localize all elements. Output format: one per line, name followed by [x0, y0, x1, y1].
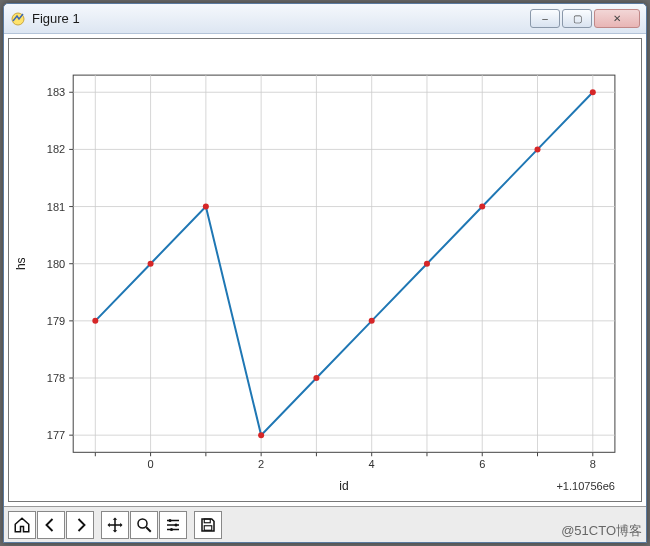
svg-rect-65: [204, 519, 210, 523]
figure-window: Figure 1 – ▢ ✕ 0246817717817918018118218…: [3, 3, 647, 543]
toolbar: [4, 506, 646, 542]
svg-point-58: [479, 204, 485, 210]
svg-point-53: [203, 204, 209, 210]
zoom-icon: [135, 516, 153, 534]
configure-button[interactable]: [159, 511, 187, 539]
svg-text:id: id: [339, 479, 348, 493]
back-button[interactable]: [37, 511, 65, 539]
maximize-button[interactable]: ▢: [562, 9, 592, 28]
app-icon: [10, 11, 26, 27]
svg-text:2: 2: [258, 458, 264, 470]
svg-point-54: [258, 432, 264, 438]
arrow-left-icon: [42, 516, 60, 534]
zoom-button[interactable]: [130, 511, 158, 539]
svg-point-59: [535, 146, 541, 152]
home-button[interactable]: [8, 511, 36, 539]
forward-button[interactable]: [66, 511, 94, 539]
svg-text:181: 181: [47, 201, 65, 213]
svg-point-62: [169, 519, 172, 522]
pan-button[interactable]: [101, 511, 129, 539]
svg-text:+1.10756e6: +1.10756e6: [556, 480, 615, 492]
svg-point-56: [369, 318, 375, 324]
svg-point-64: [170, 528, 173, 531]
svg-text:179: 179: [47, 315, 65, 327]
save-button[interactable]: [194, 511, 222, 539]
save-icon: [199, 516, 217, 534]
home-icon: [13, 516, 31, 534]
svg-text:180: 180: [47, 258, 65, 270]
titlebar[interactable]: Figure 1 – ▢ ✕: [4, 4, 646, 34]
svg-point-60: [590, 89, 596, 95]
sliders-icon: [164, 516, 182, 534]
window-title: Figure 1: [32, 11, 530, 26]
move-icon: [106, 516, 124, 534]
svg-text:177: 177: [47, 429, 65, 441]
svg-point-61: [138, 519, 147, 528]
svg-rect-66: [204, 525, 212, 530]
svg-text:183: 183: [47, 86, 65, 98]
plot-canvas[interactable]: 02468177178179180181182183idhs+1.10756e6: [8, 38, 642, 502]
svg-text:8: 8: [590, 458, 596, 470]
svg-text:178: 178: [47, 372, 65, 384]
arrow-right-icon: [71, 516, 89, 534]
svg-text:4: 4: [369, 458, 375, 470]
svg-point-55: [313, 375, 319, 381]
watermark-text: @51CTO博客: [561, 522, 642, 540]
line-chart: 02468177178179180181182183idhs+1.10756e6: [9, 39, 641, 504]
window-controls: – ▢ ✕: [530, 9, 640, 28]
svg-text:hs: hs: [14, 257, 28, 270]
svg-point-52: [148, 261, 154, 267]
svg-text:0: 0: [148, 458, 154, 470]
close-button[interactable]: ✕: [594, 9, 640, 28]
svg-point-57: [424, 261, 430, 267]
minimize-button[interactable]: –: [530, 9, 560, 28]
svg-text:182: 182: [47, 143, 65, 155]
svg-text:6: 6: [479, 458, 485, 470]
svg-point-63: [175, 523, 178, 526]
svg-point-51: [92, 318, 98, 324]
